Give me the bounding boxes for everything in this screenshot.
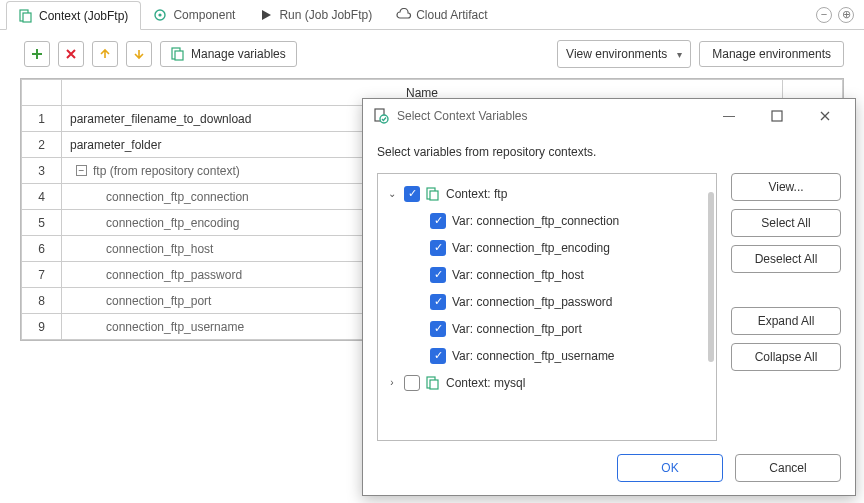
row-name: connection_ftp_username bbox=[70, 320, 244, 334]
row-number: 8 bbox=[22, 288, 62, 314]
select-all-label: Select All bbox=[761, 216, 810, 230]
checkbox-checked[interactable]: ✓ bbox=[430, 267, 446, 283]
tree-var-label: Var: connection_ftp_encoding bbox=[452, 241, 610, 255]
manage-variables-label: Manage variables bbox=[191, 47, 286, 61]
checkbox-unchecked[interactable] bbox=[404, 375, 420, 391]
tree-var-label: Var: connection_ftp_connection bbox=[452, 214, 619, 228]
collapse-all-label: Collapse All bbox=[755, 350, 818, 364]
caret-expanded-icon[interactable]: ⌄ bbox=[386, 188, 398, 199]
move-down-button[interactable] bbox=[126, 41, 152, 67]
row-name: connection_ftp_host bbox=[70, 242, 213, 256]
row-number: 4 bbox=[22, 184, 62, 210]
dialog-icon bbox=[373, 108, 389, 124]
dialog-side-buttons: View... Select All Deselect All Expand A… bbox=[731, 173, 841, 441]
deselect-all-button[interactable]: Deselect All bbox=[731, 245, 841, 273]
chevron-down-icon: ▾ bbox=[677, 49, 682, 60]
tab-label: Component bbox=[173, 8, 235, 22]
delete-button[interactable] bbox=[58, 41, 84, 67]
tree-var-row[interactable]: ✓Var: connection_ftp_connection bbox=[382, 207, 712, 234]
tree-var-row[interactable]: ✓Var: connection_ftp_host bbox=[382, 261, 712, 288]
tree-var-row[interactable]: ✓Var: connection_ftp_encoding bbox=[382, 234, 712, 261]
tree-var-label: Var: connection_ftp_password bbox=[452, 295, 613, 309]
group-label: ftp (from repository context) bbox=[93, 164, 240, 178]
row-name: connection_ftp_encoding bbox=[70, 216, 239, 230]
row-name: connection_ftp_password bbox=[70, 268, 242, 282]
expand-all-button[interactable]: Expand All bbox=[731, 307, 841, 335]
tab-run[interactable]: Run (Job JobFtp) bbox=[247, 0, 384, 29]
row-name: connection_ftp_port bbox=[70, 294, 211, 308]
row-number: 7 bbox=[22, 262, 62, 288]
tree-var-label: Var: connection_ftp_port bbox=[452, 322, 582, 336]
tree-context-mysql[interactable]: › Context: mysql bbox=[382, 369, 712, 396]
svg-rect-6 bbox=[175, 51, 183, 60]
window-minimize-button[interactable]: ― bbox=[709, 104, 749, 128]
maximize-view-button[interactable]: ⊕ bbox=[838, 7, 854, 23]
caret-collapsed-icon[interactable]: › bbox=[386, 377, 398, 388]
tree-context-label: Context: ftp bbox=[446, 187, 507, 201]
arrow-down-icon bbox=[133, 48, 145, 60]
svg-rect-13 bbox=[430, 380, 438, 389]
tab-context[interactable]: Context (JobFtp) bbox=[6, 1, 141, 30]
add-button[interactable] bbox=[24, 41, 50, 67]
component-icon bbox=[153, 8, 167, 22]
select-context-variables-dialog: Select Context Variables ― Select variab… bbox=[362, 98, 856, 496]
svg-rect-1 bbox=[23, 13, 31, 22]
tree-context-label: Context: mysql bbox=[446, 376, 525, 390]
tree-context-ftp[interactable]: ⌄ ✓ Context: ftp bbox=[382, 180, 712, 207]
manage-variables-button[interactable]: Manage variables bbox=[160, 41, 297, 67]
cloud-icon bbox=[396, 8, 410, 22]
tab-label: Run (Job JobFtp) bbox=[279, 8, 372, 22]
x-icon bbox=[65, 48, 77, 60]
minimize-view-button[interactable]: − bbox=[816, 7, 832, 23]
tree-var-row[interactable]: ✓Var: connection_ftp_password bbox=[382, 288, 712, 315]
tree-var-label: Var: connection_ftp_host bbox=[452, 268, 584, 282]
context-icon bbox=[426, 187, 440, 201]
dialog-instruction: Select variables from repository context… bbox=[377, 145, 841, 159]
tab-component[interactable]: Component bbox=[141, 0, 247, 29]
window-close-button[interactable] bbox=[805, 104, 845, 128]
window-maximize-button[interactable] bbox=[757, 104, 797, 128]
tab-cloud-artifact[interactable]: Cloud Artifact bbox=[384, 0, 499, 29]
view-button-label: View... bbox=[768, 180, 803, 194]
context-icon bbox=[426, 376, 440, 390]
tree-var-row[interactable]: ✓Var: connection_ftp_username bbox=[382, 342, 712, 369]
checkbox-checked[interactable]: ✓ bbox=[430, 321, 446, 337]
ok-button[interactable]: OK bbox=[617, 454, 723, 482]
row-number: 2 bbox=[22, 132, 62, 158]
move-up-button[interactable] bbox=[92, 41, 118, 67]
row-number: 3 bbox=[22, 158, 62, 184]
dialog-titlebar: Select Context Variables ― bbox=[363, 99, 855, 133]
tab-label: Context (JobFtp) bbox=[39, 9, 128, 23]
checkbox-checked[interactable]: ✓ bbox=[430, 213, 446, 229]
manage-environments-button[interactable]: Manage environments bbox=[699, 41, 844, 67]
collapse-icon[interactable]: − bbox=[76, 165, 87, 176]
row-number: 5 bbox=[22, 210, 62, 236]
ok-label: OK bbox=[661, 461, 678, 475]
tree-scrollbar[interactable] bbox=[708, 192, 714, 362]
checkbox-checked[interactable]: ✓ bbox=[430, 294, 446, 310]
svg-rect-9 bbox=[772, 111, 782, 121]
tree-var-row[interactable]: ✓Var: connection_ftp_port bbox=[382, 315, 712, 342]
svg-marker-4 bbox=[262, 10, 271, 20]
collapse-all-button[interactable]: Collapse All bbox=[731, 343, 841, 371]
list-icon bbox=[171, 47, 185, 61]
expand-all-label: Expand All bbox=[758, 314, 815, 328]
dialog-footer: OK Cancel bbox=[363, 441, 855, 495]
cancel-button[interactable]: Cancel bbox=[735, 454, 841, 482]
context-tree[interactable]: ⌄ ✓ Context: ftp ✓Var: connection_ftp_co… bbox=[377, 173, 717, 441]
dialog-title: Select Context Variables bbox=[397, 109, 528, 123]
tree-var-label: Var: connection_ftp_username bbox=[452, 349, 615, 363]
checkbox-checked[interactable]: ✓ bbox=[430, 348, 446, 364]
view-environments-dropdown[interactable]: View environments ▾ bbox=[557, 40, 691, 68]
tabbar-controls: − ⊕ bbox=[816, 7, 864, 23]
manage-environments-label: Manage environments bbox=[712, 47, 831, 61]
checkbox-checked[interactable]: ✓ bbox=[430, 240, 446, 256]
row-number: 9 bbox=[22, 314, 62, 340]
run-icon bbox=[259, 8, 273, 22]
svg-point-3 bbox=[159, 13, 162, 16]
context-toolbar: Manage variables View environments ▾ Man… bbox=[0, 30, 864, 78]
view-button[interactable]: View... bbox=[731, 173, 841, 201]
checkbox-checked[interactable]: ✓ bbox=[404, 186, 420, 202]
view-environments-label: View environments bbox=[566, 47, 667, 61]
select-all-button[interactable]: Select All bbox=[731, 209, 841, 237]
